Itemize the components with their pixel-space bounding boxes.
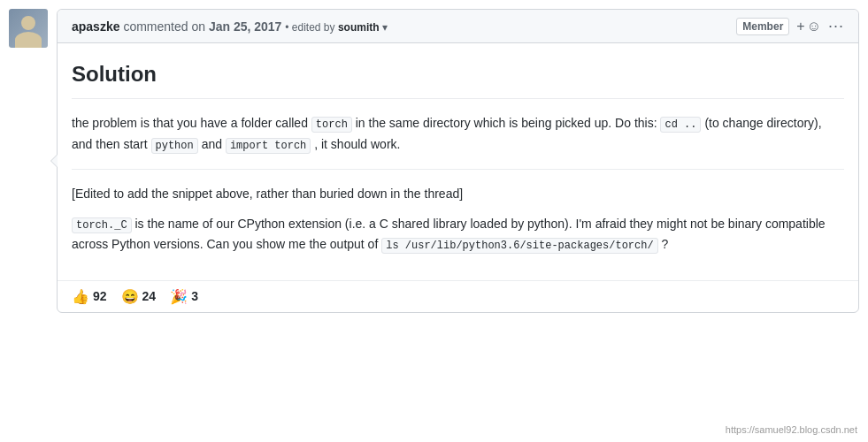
edited-note: [Edited to add the snippet above, rather… [72,184,844,203]
comment-body: Solution the problem is that you have a … [58,43,858,280]
code-import-torch: import torch [226,138,311,154]
code-ls: ls /usr/lib/python3.6/site-packages/torc… [381,238,657,254]
avatar-image [9,9,48,48]
party-emoji: 🎉 [170,288,188,305]
edited-text: • edited by soumith ▾ [285,21,388,34]
reaction-smile[interactable]: 😄 24 [121,288,157,305]
more-options-button[interactable]: ··· [828,17,844,35]
code-cd: cd .. [660,117,701,133]
reaction-party[interactable]: 🎉 3 [170,288,198,305]
code-torch-c: torch._C [72,217,132,233]
avatar-container [9,9,57,313]
author-link[interactable]: apaszke [72,19,119,34]
plus-icon: + [796,19,804,34]
paragraph-2: torch._C is the name of our CPython exte… [72,214,844,255]
paragraph-1: the problem is that you have a folder ca… [72,113,844,154]
thumbsup-emoji: 👍 [72,288,89,305]
thumbsup-count: 92 [93,289,107,303]
solution-heading: Solution [72,57,844,99]
comment-card: apaszke commented on Jan 25, 2017 • edit… [57,9,859,313]
date-text: Jan 25, 2017 [209,19,282,34]
smile-count: 24 [142,289,157,303]
comment-meta: apaszke commented on Jan 25, 2017 • edit… [72,19,388,34]
comment-header-left: apaszke commented on Jan 25, 2017 • edit… [72,19,388,34]
avatar [9,9,48,48]
action-text: commented on [123,19,205,34]
party-count: 3 [191,289,198,303]
divider [72,169,844,170]
member-badge: Member [736,18,789,35]
comment-header-right: Member + ☺ ··· [736,17,844,35]
code-python: python [151,138,198,154]
smile-emoji: 😄 [121,288,139,305]
code-torch: torch [311,117,352,133]
comment-footer: 👍 92 😄 24 🎉 3 [58,280,858,312]
smile-icon: ☺ [807,19,821,34]
add-reaction-button[interactable]: + ☺ [796,19,821,34]
comment-header: apaszke commented on Jan 25, 2017 • edit… [58,10,858,43]
comment-wrapper: apaszke commented on Jan 25, 2017 • edit… [0,0,868,322]
reaction-thumbsup[interactable]: 👍 92 [72,288,107,305]
edited-by-link[interactable]: soumith [338,21,380,34]
